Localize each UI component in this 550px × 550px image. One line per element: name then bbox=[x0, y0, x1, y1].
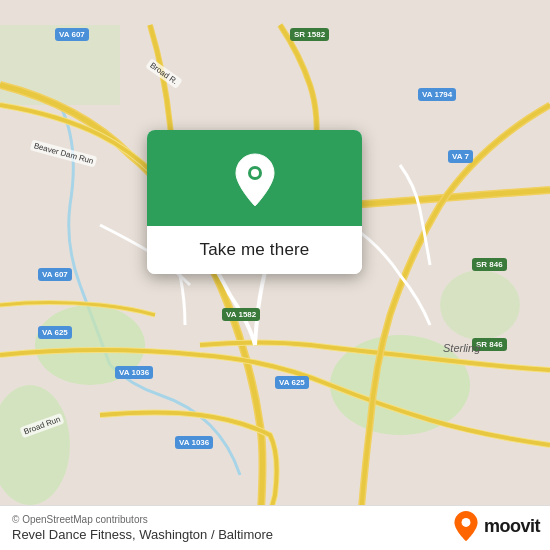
moovit-pin-icon bbox=[452, 510, 480, 542]
shield-va7: VA 7 bbox=[448, 150, 473, 163]
shield-va625-mid: VA 625 bbox=[275, 376, 309, 389]
location-pin-icon bbox=[231, 152, 279, 208]
popup-header bbox=[147, 130, 362, 226]
svg-point-3 bbox=[440, 270, 520, 340]
label-sterling: Sterling bbox=[443, 342, 480, 354]
map-background bbox=[0, 0, 550, 550]
take-me-there-button[interactable]: Take me there bbox=[147, 226, 362, 274]
shield-va625-left: VA 625 bbox=[38, 326, 72, 339]
svg-point-8 bbox=[462, 518, 471, 527]
shield-va607-mid: VA 607 bbox=[38, 268, 72, 281]
svg-point-7 bbox=[251, 169, 259, 177]
shield-sr1582-top: SR 1582 bbox=[290, 28, 329, 41]
shield-va1036-left: VA 1036 bbox=[115, 366, 153, 379]
popup-card: Take me there bbox=[147, 130, 362, 274]
moovit-logo: moovit bbox=[452, 510, 540, 542]
shield-va607-top: VA 607 bbox=[55, 28, 89, 41]
map-container: SR 1582 VA 607 VA 1794 VA 7 SR 846 VA 60… bbox=[0, 0, 550, 550]
shield-va1794: VA 1794 bbox=[418, 88, 456, 101]
shield-va1582-mid: VA 1582 bbox=[222, 308, 260, 321]
shield-va1036-bot: VA 1036 bbox=[175, 436, 213, 449]
moovit-brand-text: moovit bbox=[484, 516, 540, 537]
shield-sr846-top: SR 846 bbox=[472, 258, 507, 271]
